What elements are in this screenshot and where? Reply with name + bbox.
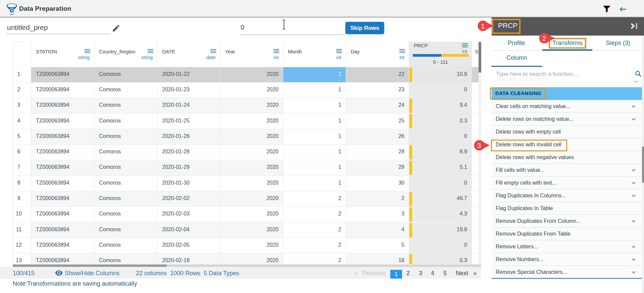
svg-text:1: 1 [481, 22, 485, 30]
svg-text:3: 3 [477, 142, 481, 149]
svg-text:2: 2 [542, 35, 546, 42]
